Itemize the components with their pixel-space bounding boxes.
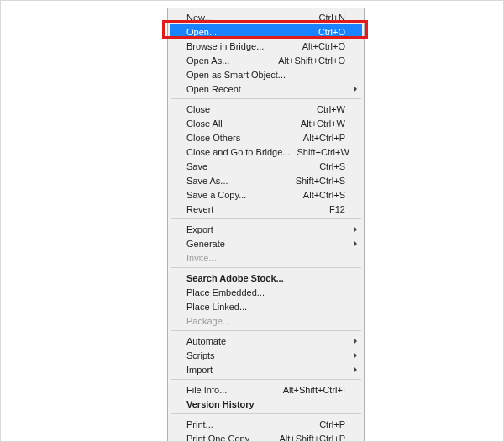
menu-item-open[interactable]: Open...Ctrl+O bbox=[170, 24, 362, 39]
menu-item-automate[interactable]: Automate bbox=[170, 334, 362, 348]
chevron-right-icon bbox=[354, 86, 357, 92]
menu-item-label: Open as Smart Object... bbox=[186, 69, 286, 81]
menu-item-place-linked[interactable]: Place Linked... bbox=[170, 299, 362, 313]
menu-item-shortcut: Ctrl+W bbox=[317, 103, 345, 115]
menu-item-label: Version History bbox=[186, 398, 255, 410]
menu-item-shortcut: Shift+Ctrl+S bbox=[296, 175, 345, 187]
menu-item-shortcut: Alt+Shift+Ctrl+P bbox=[279, 433, 345, 443]
menu-item-shortcut: Ctrl+O bbox=[318, 26, 345, 38]
menu-item-shortcut: Alt+Ctrl+P bbox=[303, 132, 345, 144]
menu-item-label: Open Recent bbox=[186, 83, 241, 95]
menu-item-label: Browse in Bridge... bbox=[186, 40, 264, 52]
chevron-right-icon bbox=[354, 366, 357, 373]
menu-item-shortcut: F12 bbox=[329, 203, 345, 215]
menu-item-file-info[interactable]: File Info...Alt+Shift+Ctrl+I bbox=[170, 382, 362, 397]
menu-item-label: Scripts bbox=[186, 350, 215, 361]
menu-item-shortcut: Ctrl+P bbox=[319, 418, 345, 430]
menu-item-label: Open As... bbox=[186, 55, 229, 66]
menu-item-label: Export bbox=[186, 224, 213, 235]
menu-item-label: Generate bbox=[186, 238, 225, 250]
menu-item-close-others[interactable]: Close OthersAlt+Ctrl+P bbox=[170, 130, 362, 145]
menu-item-label: Import bbox=[186, 364, 213, 376]
menu-item-label: Invite... bbox=[186, 252, 216, 264]
menu-item-label: Place Linked... bbox=[186, 301, 247, 313]
menu-item-save-copy[interactable]: Save a Copy...Alt+Ctrl+S bbox=[170, 187, 362, 202]
menu-item-label: Print One Copy bbox=[186, 433, 249, 443]
menu-item-open-as[interactable]: Open As...Alt+Shift+Ctrl+O bbox=[170, 53, 362, 67]
chevron-right-icon bbox=[354, 226, 357, 233]
menu-item-print-one-copy[interactable]: Print One CopyAlt+Shift+Ctrl+P bbox=[170, 431, 362, 442]
menu-item-save[interactable]: SaveCtrl+S bbox=[170, 159, 362, 173]
menu-separator bbox=[171, 379, 361, 380]
menu-item-close[interactable]: CloseCtrl+W bbox=[170, 102, 362, 116]
menu-item-invite: Invite... bbox=[170, 250, 362, 265]
menu-item-import[interactable]: Import bbox=[170, 362, 362, 376]
chevron-right-icon bbox=[354, 338, 357, 345]
menu-item-generate[interactable]: Generate bbox=[170, 236, 362, 250]
menu-item-open-smart-object[interactable]: Open as Smart Object... bbox=[170, 67, 362, 82]
menu-item-label: New... bbox=[186, 12, 213, 24]
menu-item-label: Print... bbox=[186, 418, 213, 430]
menu-separator bbox=[171, 218, 361, 219]
menu-item-shortcut: Alt+Ctrl+O bbox=[302, 40, 345, 52]
menu-item-search-adobe-stock[interactable]: Search Adobe Stock... bbox=[170, 271, 362, 285]
menu-item-label: Close and Go to Bridge... bbox=[186, 146, 291, 158]
menu-item-label: Automate bbox=[186, 335, 226, 347]
menu-item-label: Open... bbox=[186, 26, 217, 38]
menu-item-new[interactable]: New...Ctrl+N bbox=[170, 10, 362, 24]
menu-item-label: Close Others bbox=[186, 132, 240, 144]
menu-separator bbox=[171, 330, 361, 331]
menu-item-label: Close All bbox=[186, 118, 223, 129]
menu-item-open-recent[interactable]: Open Recent bbox=[170, 82, 362, 96]
menu-item-scripts[interactable]: Scripts bbox=[170, 348, 362, 362]
menu-item-save-as[interactable]: Save As...Shift+Ctrl+S bbox=[170, 173, 362, 187]
menu-item-label: Revert bbox=[186, 203, 213, 215]
menu-item-shortcut: Alt+Shift+Ctrl+I bbox=[283, 384, 345, 396]
menu-item-close-go-bridge[interactable]: Close and Go to Bridge...Shift+Ctrl+W bbox=[170, 145, 362, 159]
menu-separator bbox=[171, 267, 361, 268]
menu-item-shortcut: Ctrl+N bbox=[319, 12, 345, 24]
menu-item-label: Package... bbox=[186, 315, 230, 327]
menu-item-label: File Info... bbox=[186, 384, 227, 396]
menu-item-label: Place Embedded... bbox=[186, 287, 265, 298]
menu-item-print[interactable]: Print...Ctrl+P bbox=[170, 417, 362, 431]
menu-item-label: Close bbox=[186, 103, 210, 115]
menu-item-browse-bridge[interactable]: Browse in Bridge...Alt+Ctrl+O bbox=[170, 39, 362, 53]
menu-item-version-history[interactable]: Version History bbox=[170, 397, 362, 411]
menu-separator bbox=[171, 98, 361, 99]
chevron-right-icon bbox=[354, 352, 357, 359]
menu-item-shortcut: Alt+Shift+Ctrl+O bbox=[278, 55, 345, 66]
menu-item-export[interactable]: Export bbox=[170, 222, 362, 236]
menu-item-label: Save As... bbox=[186, 175, 228, 187]
chevron-right-icon bbox=[354, 240, 357, 247]
menu-item-label: Save a Copy... bbox=[186, 189, 246, 201]
menu-item-label: Save bbox=[186, 160, 207, 172]
menu-item-shortcut: Alt+Ctrl+W bbox=[301, 118, 345, 129]
menu-item-revert[interactable]: RevertF12 bbox=[170, 202, 362, 216]
file-menu: New...Ctrl+NOpen...Ctrl+OBrowse in Bridg… bbox=[167, 8, 365, 442]
menu-item-place-embedded[interactable]: Place Embedded... bbox=[170, 285, 362, 299]
menu-item-label: Search Adobe Stock... bbox=[186, 272, 284, 284]
menu-item-shortcut: Alt+Ctrl+S bbox=[303, 189, 345, 201]
menu-item-package: Package... bbox=[170, 313, 362, 328]
menu-separator bbox=[171, 413, 361, 414]
menu-item-shortcut: Shift+Ctrl+W bbox=[297, 146, 349, 158]
menu-item-shortcut: Ctrl+S bbox=[319, 160, 345, 172]
menu-item-close-all[interactable]: Close AllAlt+Ctrl+W bbox=[170, 116, 362, 130]
